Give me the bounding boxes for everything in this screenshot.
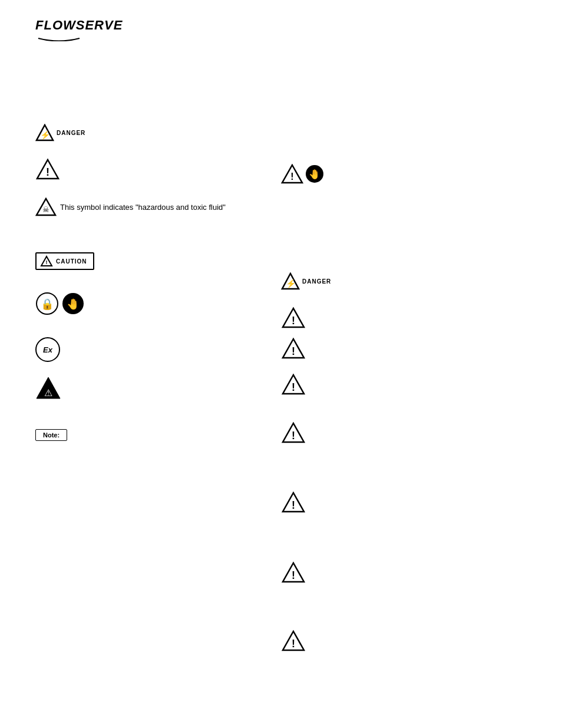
svg-text:🔒: 🔒 <box>41 298 54 311</box>
warning-triangle-icon-r8: ! <box>281 630 306 652</box>
svg-text:!: ! <box>292 569 295 581</box>
hazard-fluid-symbol: ☠ This symbol indicates "hazardous and t… <box>35 197 226 216</box>
svg-text:⚡: ⚡ <box>286 279 296 289</box>
warning-triangle-icon-r7: ! <box>281 561 306 584</box>
svg-text:!: ! <box>292 430 295 442</box>
hazard-triangle-icon: ☠ <box>35 197 57 216</box>
svg-text:!: ! <box>292 381 295 393</box>
warning-triangle-r5: ! <box>281 421 306 446</box>
warning-triangle-icon-r3: ! <box>281 337 306 360</box>
hand-circle-icon: 🤚 <box>61 292 85 315</box>
ex-symbol: Ex <box>35 337 60 362</box>
logo-underline <box>35 35 82 41</box>
lock-hand-symbol: 🔒 🤚 <box>35 292 85 315</box>
danger-triangle-icon: ⚡ <box>35 124 54 141</box>
warning-triangle-icon-r6: ! <box>281 491 306 513</box>
danger-label-2: DANGER <box>302 278 331 285</box>
svg-text:🤚: 🤚 <box>309 169 320 180</box>
svg-text:⚡: ⚡ <box>40 130 51 140</box>
warning-triangle-icon-1: ! <box>35 158 60 180</box>
svg-text:⚠: ⚠ <box>44 388 52 398</box>
svg-text:!: ! <box>292 638 295 650</box>
warning-triangle-1: ! <box>35 158 60 183</box>
environmental-symbol: ⚠ <box>35 376 61 402</box>
svg-text:☠: ☠ <box>42 205 49 214</box>
danger-symbol-2: ⚡ DANGER <box>281 272 331 292</box>
svg-text:!: ! <box>292 345 295 357</box>
svg-text:🤚: 🤚 <box>67 298 80 311</box>
warning-triangle-icon-r5: ! <box>281 421 306 444</box>
warning-triangle-icon-r2: ! <box>281 307 306 329</box>
warning-triangle-icon-r1: ! <box>281 164 303 184</box>
warning-triangle-r7: ! <box>281 561 306 586</box>
hazard-fluid-text: This symbol indicates "hazardous and tox… <box>60 203 226 212</box>
svg-text:!: ! <box>292 315 295 327</box>
flowserve-logo: FLOWSERVE <box>35 18 123 44</box>
warning-triangle-r8: ! <box>281 630 306 654</box>
warning-triangle-icon-r4: ! <box>281 373 306 396</box>
ex-text: Ex <box>43 345 52 354</box>
svg-text:!: ! <box>292 499 295 511</box>
caution-triangle-icon: ! <box>40 255 53 267</box>
note-box-symbol: Note: <box>35 429 67 441</box>
svg-text:!: ! <box>46 259 48 265</box>
lock-circle-icon: 🔒 <box>35 292 59 315</box>
warning-triangle-r3: ! <box>281 337 306 362</box>
logo-text: FLOWSERVE <box>35 18 123 33</box>
caution-box-symbol: ! CAUTION <box>35 252 94 270</box>
environmental-triangle-icon: ⚠ <box>35 376 61 400</box>
warning-triangle-r2: ! <box>281 307 306 331</box>
hand-icon: 🤚 <box>305 164 325 184</box>
caution-label: CAUTION <box>56 258 87 265</box>
warning-hand-symbol-right: ! 🤚 <box>281 164 325 184</box>
ex-circle-icon: Ex <box>35 337 60 362</box>
danger-symbol-1: ⚡ DANGER <box>35 124 85 144</box>
danger-label-1: DANGER <box>57 130 85 136</box>
danger-triangle-icon-2: ⚡ <box>281 272 300 290</box>
svg-text:!: ! <box>290 172 293 182</box>
warning-triangle-r4: ! <box>281 373 306 398</box>
note-label: Note: <box>43 431 59 439</box>
warning-triangle-r6: ! <box>281 491 306 516</box>
svg-text:!: ! <box>46 166 49 178</box>
